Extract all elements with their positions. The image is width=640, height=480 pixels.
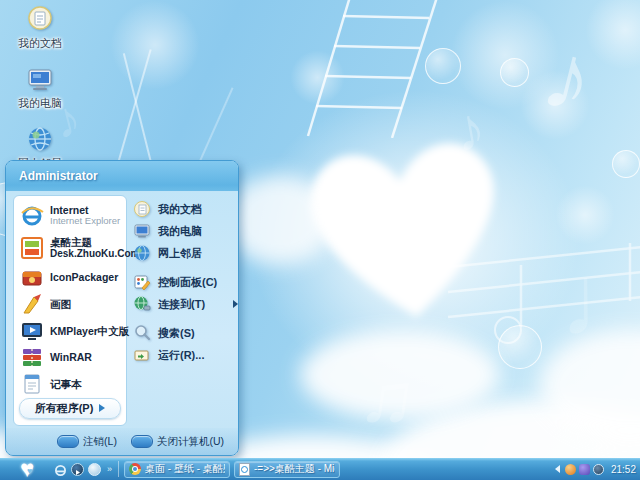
connect-to-icon	[132, 294, 152, 314]
menu-item-title: 记事本	[50, 378, 82, 390]
network-places-icon	[132, 243, 152, 263]
bokeh-shape	[110, 0, 200, 90]
menu-item-kmplayer[interactable]: KMPlayer中文版	[14, 317, 126, 344]
my-computer-icon	[25, 64, 55, 94]
desktop-icon-list: 我的文档 我的电脑	[6, 4, 74, 184]
menu-item-title: 桌酷主题	[50, 236, 126, 248]
shut-down-icon	[131, 435, 153, 448]
bubble-shape	[425, 48, 461, 84]
menu-item-my-computer[interactable]: 我的电脑	[132, 220, 236, 242]
menu-item-network-places[interactable]: 网上邻居	[132, 242, 236, 264]
task-button-label: -=>>桌酷主题 - Mic...	[254, 462, 335, 476]
quicklaunch-overflow-chevron-icon[interactable]: »	[107, 464, 112, 474]
bubble-shape	[612, 150, 640, 178]
menu-item-notepad[interactable]: 记事本	[14, 371, 126, 398]
menu-item-iconpackager[interactable]: IconPackager	[14, 263, 126, 290]
desktop-wallpaper: ♪ ♪ ♩ ♫ ♪ 我的文档	[0, 0, 640, 480]
menu-item-label: 网上邻居	[158, 246, 202, 261]
desktop-icon-label: 我的电脑	[18, 96, 62, 111]
desktop-icon-label: 我的文档	[18, 36, 62, 51]
quicklaunch-media-icon[interactable]	[71, 463, 84, 476]
my-computer-icon	[132, 221, 152, 241]
search-icon	[132, 323, 152, 343]
bubble-shape	[500, 58, 529, 87]
start-menu-places-list: 我的文档 我的电脑	[132, 198, 236, 366]
shut-down-button[interactable]: 关闭计算机(U)	[131, 435, 224, 449]
menu-item-internet[interactable]: Internet Internet Explorer	[14, 200, 126, 232]
menu-item-winrar[interactable]: WinRAR	[14, 344, 126, 371]
ie-document-icon	[239, 463, 250, 476]
menu-item-label: 我的电脑	[158, 224, 202, 239]
run-icon	[132, 345, 152, 365]
menu-item-label: 连接到(T)	[158, 297, 205, 312]
menu-item-connect-to[interactable]: 连接到(T)	[132, 293, 236, 315]
start-button[interactable]: ♥♥	[0, 458, 54, 480]
log-off-button[interactable]: 注销(L)	[57, 435, 117, 449]
paint-icon	[19, 291, 45, 317]
cloud-shape	[225, 175, 335, 265]
start-menu: Administrator Internet Internet Explor	[5, 160, 239, 456]
arrow-right-icon	[99, 404, 105, 412]
menu-item-title: WinRAR	[50, 351, 92, 363]
start-menu-header: Administrator	[6, 161, 238, 192]
task-button-theme-page[interactable]: -=>>桌酷主题 - Mic...	[234, 461, 340, 478]
cloud-shape	[300, 330, 500, 420]
menu-item-run[interactable]: 运行(R)...	[132, 344, 236, 366]
chrome-icon	[129, 463, 141, 475]
tray-collapse-chevron-icon[interactable]	[555, 465, 560, 473]
heart-start-icon: ♥♥	[20, 459, 34, 479]
menu-item-label: 运行(R)...	[158, 348, 204, 363]
log-off-icon	[57, 435, 79, 448]
tray-utility-icon[interactable]	[579, 464, 590, 475]
start-menu-body: Internet Internet Explorer 桌酷主题	[6, 192, 238, 428]
quick-launch-bar: »	[54, 463, 112, 476]
start-menu-pinned-list: Internet Internet Explorer 桌酷主题	[13, 195, 127, 426]
task-button-label: 桌面 - 壁纸 - 桌酷壁...	[145, 462, 225, 476]
system-tray: 21:52	[555, 464, 640, 475]
tray-volume-icon[interactable]	[593, 464, 604, 475]
taskbar: ♥♥ » 桌面 - 壁纸 - 桌酷壁...	[0, 458, 640, 480]
submenu-arrow-icon	[233, 300, 238, 308]
taskbar-divider	[118, 461, 119, 477]
menu-divider	[132, 264, 236, 271]
menu-item-title: IconPackager	[50, 271, 118, 283]
menu-item-search[interactable]: 搜索(S)	[132, 322, 236, 344]
all-programs-label: 所有程序(P)	[35, 401, 94, 416]
taskbar-clock: 21:52	[611, 464, 636, 475]
zhuoku-theme-icon	[19, 235, 45, 261]
desktop-icon-my-computer[interactable]: 我的电脑	[6, 64, 74, 111]
menu-item-title: KMPlayer中文版	[50, 325, 126, 337]
network-places-icon	[25, 124, 55, 154]
menu-item-label: 我的文档	[158, 202, 202, 217]
menu-item-paint[interactable]: 画图	[14, 290, 126, 317]
quicklaunch-ie-icon[interactable]	[54, 463, 67, 476]
start-menu-footer: 注销(L) 关闭计算机(U)	[6, 428, 238, 455]
notepad-icon	[19, 371, 45, 397]
winrar-icon	[19, 344, 45, 370]
quicklaunch-browser-icon[interactable]	[88, 463, 101, 476]
my-documents-icon	[25, 4, 55, 34]
task-button-wallpaper-page[interactable]: 桌面 - 壁纸 - 桌酷壁...	[124, 461, 230, 478]
menu-item-control-panel[interactable]: 控制面板(C)	[132, 271, 236, 293]
menu-item-subtitle: Desk.ZhuoKu.Com	[50, 248, 126, 260]
menu-item-title: 画图	[50, 298, 71, 310]
control-panel-icon	[132, 272, 152, 292]
log-off-label: 注销(L)	[83, 435, 117, 449]
menu-item-subtitle: Internet Explorer	[50, 216, 120, 227]
menu-divider	[132, 315, 236, 322]
iconpackager-icon	[19, 264, 45, 290]
internet-explorer-icon	[19, 203, 45, 229]
shut-down-label: 关闭计算机(U)	[157, 435, 224, 449]
tray-messenger-icon[interactable]	[565, 464, 576, 475]
menu-item-label: 搜索(S)	[158, 326, 195, 341]
menu-item-my-documents[interactable]: 我的文档	[132, 198, 236, 220]
user-name: Administrator	[19, 169, 98, 183]
kmplayer-icon	[19, 318, 45, 344]
menu-item-zhuoku-theme[interactable]: 桌酷主题 Desk.ZhuoKu.Com	[14, 232, 126, 264]
desktop-icon-my-documents[interactable]: 我的文档	[6, 4, 74, 51]
my-documents-icon	[132, 199, 152, 219]
menu-item-label: 控制面板(C)	[158, 275, 217, 290]
all-programs-button[interactable]: 所有程序(P)	[19, 398, 121, 419]
